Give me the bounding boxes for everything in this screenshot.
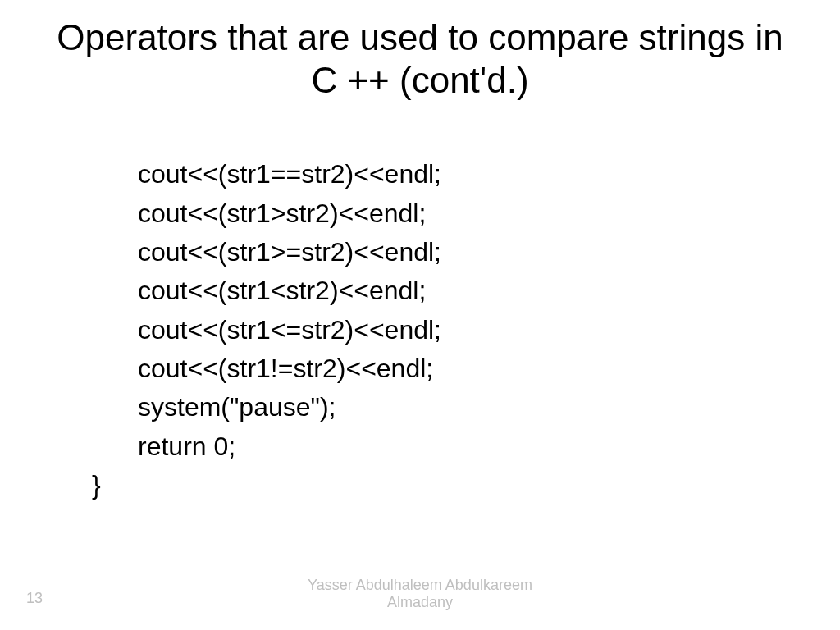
footer-author: Yasser Abdulhaleem Abdulkareem Almadany (0, 577, 840, 612)
code-line: } (33, 466, 807, 504)
code-line: cout<<(str1>=str2)<<endl; (138, 237, 441, 267)
code-line: cout<<(str1!=str2)<<endl; (138, 354, 433, 383)
code-line: return 0; (138, 431, 235, 461)
code-line: cout<<(str1>str2)<<endl; (138, 199, 426, 228)
code-block: cout<<(str1==str2)<<endl; cout<<(str1>st… (33, 116, 807, 466)
slide-title: Operators that are used to compare strin… (49, 16, 791, 102)
code-line: cout<<(str1<=str2)<<endl; (138, 315, 441, 345)
code-line: cout<<(str1==str2)<<endl; (138, 159, 441, 189)
footer-author-line2: Almadany (0, 594, 840, 612)
slide: Operators that are used to compare strin… (0, 0, 840, 630)
code-line: cout<<(str1<str2)<<endl; (138, 276, 426, 305)
footer-author-line1: Yasser Abdulhaleem Abdulkareem (0, 577, 840, 595)
page-number: 13 (26, 590, 43, 607)
code-line: system("pause"); (138, 392, 336, 422)
